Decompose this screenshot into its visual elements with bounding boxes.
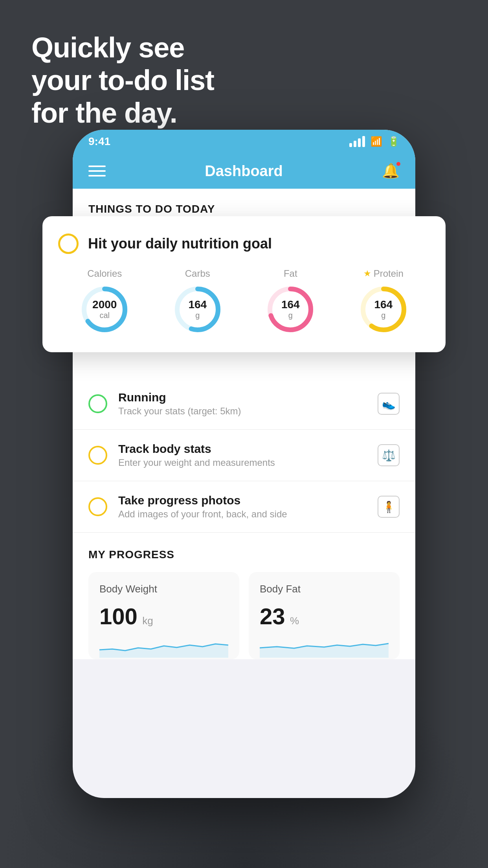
body-fat-chart	[260, 636, 389, 659]
body-weight-chart	[99, 636, 228, 659]
nutrition-card: Hit your daily nutrition goal Calories 2…	[42, 216, 446, 352]
nutrition-calories: Calories 2000 cal	[79, 268, 130, 335]
calories-unit: cal	[92, 311, 117, 320]
todo-title-running: Running	[118, 391, 367, 404]
nutrition-row: Calories 2000 cal Carbs	[58, 268, 430, 335]
carbs-label: Carbs	[185, 268, 210, 279]
todo-item-photos[interactable]: Take progress photos Add images of your …	[73, 481, 415, 533]
svg-marker-1	[260, 644, 389, 658]
menu-button[interactable]	[88, 166, 106, 177]
body-weight-unit: kg	[142, 615, 153, 627]
protein-label: ★ Protein	[363, 268, 404, 279]
nav-title: Dashboard	[205, 163, 283, 180]
todo-title-photos: Take progress photos	[118, 494, 367, 507]
todo-item-body-stats[interactable]: Track body stats Enter your weight and m…	[73, 430, 415, 481]
battery-icon: 🔋	[388, 136, 400, 147]
progress-cards: Body Weight 100 kg Body Fat	[88, 572, 400, 659]
hero-text: Quickly see your to-do list for the day.	[31, 31, 214, 129]
todo-text-body-stats: Track body stats Enter your weight and m…	[118, 442, 367, 468]
running-icon: 👟	[378, 393, 400, 415]
todo-check-photos[interactable]	[88, 497, 107, 516]
hero-line1: Quickly see	[31, 31, 214, 64]
svg-marker-0	[99, 644, 228, 658]
body-weight-value: 100 kg	[99, 603, 228, 629]
fat-donut: 164 g	[265, 284, 316, 335]
todo-title-body-stats: Track body stats	[118, 442, 367, 456]
protein-star-icon: ★	[363, 268, 371, 279]
carbs-value: 164	[188, 299, 207, 311]
body-weight-number: 100	[99, 603, 138, 629]
wifi-icon: 📶	[371, 136, 382, 147]
progress-section: MY PROGRESS Body Weight 100 kg	[73, 533, 415, 659]
body-fat-card[interactable]: Body Fat 23 %	[249, 572, 400, 659]
todo-subtitle-body-stats: Enter your weight and measurements	[118, 457, 367, 468]
protein-donut: 164 g	[358, 284, 409, 335]
nav-bar: Dashboard 🔔	[73, 153, 415, 189]
carbs-donut: 164 g	[172, 284, 223, 335]
status-bar: 9:41 📶 🔋	[73, 130, 415, 153]
status-time: 9:41	[88, 135, 349, 148]
signal-icon	[349, 136, 365, 147]
nutrition-protein: ★ Protein 164 g	[358, 268, 409, 335]
todo-text-photos: Take progress photos Add images of your …	[118, 494, 367, 520]
todo-subtitle-running: Track your stats (target: 5km)	[118, 406, 367, 417]
card-title-row: Hit your daily nutrition goal	[58, 234, 430, 254]
calories-value: 2000	[92, 299, 117, 311]
body-fat-value: 23 %	[260, 603, 389, 629]
todo-item-running[interactable]: Running Track your stats (target: 5km) 👟	[73, 378, 415, 430]
body-weight-card[interactable]: Body Weight 100 kg	[88, 572, 239, 659]
fat-value: 164	[281, 299, 300, 311]
body-fat-unit: %	[290, 615, 299, 627]
nutrition-carbs: Carbs 164 g	[172, 268, 223, 335]
scale-icon: ⚖️	[378, 444, 400, 466]
todo-text-running: Running Track your stats (target: 5km)	[118, 391, 367, 417]
fat-unit: g	[281, 311, 300, 320]
body-fat-title: Body Fat	[260, 583, 389, 595]
nutrition-fat: Fat 164 g	[265, 268, 316, 335]
notification-dot	[396, 161, 401, 167]
body-fat-number: 23	[260, 603, 285, 629]
protein-unit: g	[374, 311, 393, 320]
todo-list: Running Track your stats (target: 5km) 👟…	[73, 378, 415, 533]
todo-subtitle-photos: Add images of your front, back, and side	[118, 509, 367, 520]
carbs-unit: g	[188, 311, 207, 320]
hero-line3: for the day.	[31, 97, 214, 129]
nutrition-card-title: Hit your daily nutrition goal	[88, 235, 272, 252]
nutrition-check-circle[interactable]	[58, 234, 79, 254]
hero-line2: your to-do list	[31, 64, 214, 97]
person-icon: 🧍	[378, 496, 400, 518]
protein-value: 164	[374, 299, 393, 311]
status-icons: 📶 🔋	[349, 136, 400, 147]
body-weight-title: Body Weight	[99, 583, 228, 595]
notification-bell-button[interactable]: 🔔	[382, 163, 400, 179]
fat-label: Fat	[284, 268, 297, 279]
todo-check-body-stats[interactable]	[88, 446, 107, 465]
calories-label: Calories	[87, 268, 122, 279]
todo-check-running[interactable]	[88, 394, 107, 413]
calories-donut: 2000 cal	[79, 284, 130, 335]
progress-section-header: MY PROGRESS	[88, 548, 400, 561]
